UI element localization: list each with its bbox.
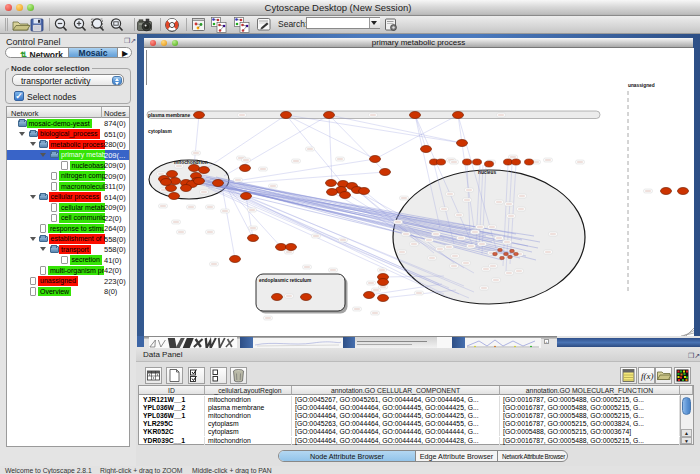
svg-text:f(x): f(x): [641, 371, 654, 381]
svg-text:unassigned: unassigned: [628, 83, 655, 88]
svg-text:plasma membrane: plasma membrane: [148, 113, 190, 118]
svg-text:cytoplasm: cytoplasm: [148, 129, 172, 134]
svg-text:endoplasmic reticulum: endoplasmic reticulum: [259, 278, 311, 283]
svg-text:nucleus: nucleus: [478, 170, 496, 175]
